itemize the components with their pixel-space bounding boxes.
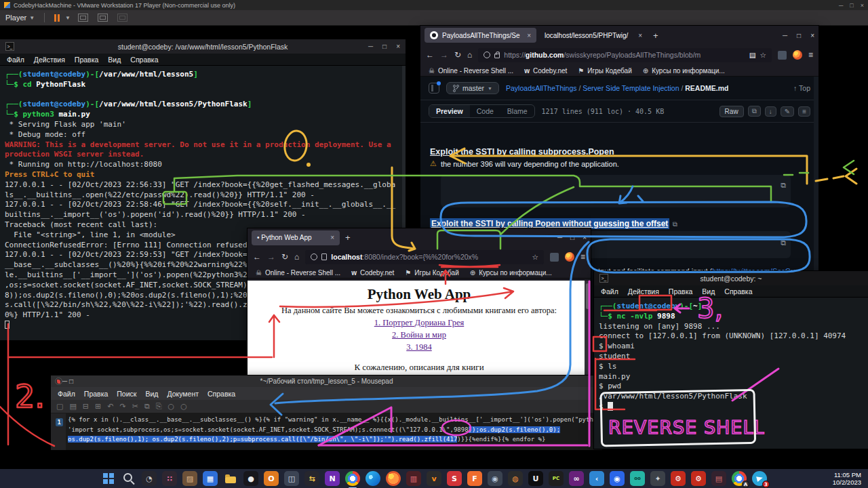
player-menu[interactable]: Player (5, 14, 26, 22)
tab-localhost-phptwig[interactable]: localhost/lesson5/PHPTwig/ × (539, 28, 648, 43)
terminal-nc-titlebar[interactable]: >_ student@codeby: ~ (594, 271, 868, 285)
new-tab-button[interactable]: + (345, 232, 351, 243)
reload-icon[interactable]: ↻ (281, 252, 288, 262)
edge-icon[interactable] (366, 471, 380, 486)
cinema4d-icon[interactable]: ◉ (488, 471, 502, 486)
terminal-flask-titlebar[interactable]: >_ student@codeby: /var/www/html/lesson5… (0, 39, 406, 54)
redo-icon[interactable]: ↷ (119, 399, 125, 414)
code-block-subprocess[interactable]: ⧉ {{''.__class__.mro()[1].__subclasses__… (441, 175, 791, 207)
menu-file[interactable]: Файл (7, 56, 24, 64)
menu-document[interactable]: Документ (167, 390, 199, 398)
back-icon[interactable]: ← (426, 50, 434, 60)
tracking-shield-icon[interactable] (484, 52, 490, 58)
chrome-icon[interactable] (345, 471, 360, 486)
cut-icon[interactable]: ✂ (132, 399, 138, 414)
breadcrumb-folder[interactable]: Server Side Template Injection (583, 84, 679, 92)
home-icon[interactable]: ⌂ (294, 252, 299, 262)
file-explorer-icon[interactable] (223, 471, 238, 486)
windows-search-button[interactable] (121, 471, 136, 486)
fullscreen-icon[interactable] (98, 14, 108, 22)
breadcrumb-repo[interactable]: PayloadsAllTheThings (506, 84, 576, 92)
forward-icon[interactable]: → (440, 50, 448, 60)
media-app-icon[interactable]: ▤ (711, 471, 726, 486)
book-link-1[interactable]: 1. Портрет Дориана Грея (248, 318, 591, 328)
tab-blame[interactable]: Blame (500, 105, 534, 117)
outline-icon[interactable]: ≡ (798, 106, 810, 117)
menu-hamburger-icon[interactable]: ≡ (808, 50, 813, 60)
ctrl-alt-del-icon[interactable] (78, 14, 88, 22)
paste-icon[interactable]: ⎘ (156, 399, 162, 414)
menu-help[interactable]: Справка (130, 56, 158, 64)
back-icon[interactable]: ← (253, 252, 261, 262)
page-scrollbar[interactable] (585, 281, 591, 378)
menu-hamburger-icon[interactable]: ≡ (580, 252, 585, 262)
menu-view[interactable]: Вид (145, 390, 158, 398)
tab-python-web-app[interactable]: • Python Web App × (252, 230, 340, 245)
chrome-profile-icon[interactable]: A (732, 471, 747, 486)
suspend-vm-button[interactable] (54, 14, 60, 22)
red-gear-2-icon[interactable]: ⚙ (691, 471, 706, 486)
home-icon[interactable]: ⌂ (467, 50, 472, 60)
tab-preview[interactable]: Preview (429, 105, 470, 117)
menu-search[interactable]: Поиск (117, 390, 136, 398)
windows-start-button[interactable] (101, 471, 116, 486)
yellow-arrows-icon[interactable]: ⇆ (304, 471, 319, 486)
gray-bird-icon[interactable]: ✦ (650, 471, 665, 486)
minimize-button[interactable]: ─ (783, 32, 787, 39)
pycharm-icon[interactable]: PC (549, 471, 564, 486)
close-button[interactable]: × (583, 234, 587, 241)
windows-clock[interactable]: 11:05 PM 10/2/2023 (833, 471, 861, 487)
copy-icon[interactable]: ⧉ (144, 399, 150, 414)
telegram-icon[interactable]: 3 (752, 471, 767, 486)
top-link[interactable]: ↑ Top (793, 84, 810, 92)
ublock-icon[interactable] (778, 51, 787, 60)
sublime-icon[interactable]: S (447, 471, 462, 486)
menu-help[interactable]: Справка (208, 390, 235, 398)
book-link-3[interactable]: 3. 1984 (248, 342, 591, 352)
reload-icon[interactable]: ↻ (454, 50, 461, 60)
mousepad-editor[interactable]: 1 {% for x in ().__class__.__base__.__su… (51, 413, 602, 450)
onenote-icon[interactable]: N (325, 471, 340, 486)
sidebar-toggle-icon[interactable] (429, 83, 439, 94)
copy-code-icon[interactable]: ⧉ (781, 179, 786, 192)
copy-code-icon[interactable]: ⧉ (781, 235, 786, 251)
reader-mode-icon[interactable]: ▤ (749, 51, 756, 59)
anchor-link-icon[interactable]: ⧉ (673, 220, 677, 228)
close-button[interactable]: × (810, 32, 814, 39)
maximize-button[interactable]: □ (797, 32, 801, 39)
url-bar[interactable]: localhost:8080/index?book={%%20for%20x% … (305, 250, 544, 264)
menu-view[interactable]: Вид (702, 287, 715, 296)
tab-payloadsallthethings[interactable]: PayloadsAllTheThings/Se × (425, 28, 536, 43)
bookmark-codeby[interactable]: wCodeby.net (351, 269, 394, 277)
minimize-button[interactable]: ─ (557, 234, 562, 241)
red-gear-icon[interactable]: ⚙ (671, 471, 686, 486)
tab-close-icon[interactable]: × (638, 32, 642, 39)
maximize-button[interactable]: □ (570, 234, 574, 241)
firefox-account-icon[interactable] (565, 252, 574, 262)
bookmark-star-icon[interactable]: ☆ (532, 253, 538, 261)
unreal-engine-icon[interactable]: U (528, 471, 543, 486)
menu-view[interactable]: Вид (108, 56, 121, 64)
bookmark-courses[interactable]: ⊕Курсы по информаци... (643, 67, 725, 75)
book-link-2[interactable]: 2. Война и мир (248, 330, 591, 340)
bookmark-reverse-shell[interactable]: ☠Online - Reverse Shell ... (429, 67, 513, 75)
edit-pencil-icon[interactable]: ✎ (781, 106, 794, 117)
menu-file[interactable]: Файл (58, 390, 75, 398)
minimize-button[interactable]: ─ (62, 378, 67, 385)
calendar-icon[interactable]: ▦ (203, 471, 218, 486)
save-icon[interactable]: ⊟ (83, 399, 89, 414)
bookmark-codeby[interactable]: wCodeby.net (524, 67, 567, 75)
save-as-icon[interactable]: ⊞ (95, 399, 101, 414)
visual-studio-icon[interactable]: ∞ (569, 471, 584, 486)
menu-edit[interactable]: Правка (84, 390, 108, 398)
virtualbox-icon[interactable]: ◫ (284, 471, 299, 486)
heading-subprocess-popen[interactable]: Exploit the SSTI by calling subprocess.P… (430, 147, 614, 157)
maximize-button[interactable]: □ (382, 43, 387, 50)
open-icon[interactable]: ▤ (69, 399, 76, 414)
raw-button[interactable]: Raw (719, 106, 744, 117)
find-replace-icon[interactable]: ○ (180, 399, 187, 414)
mousepad-titlebar[interactable]: *~/Рабочий стол/tmp_lesson_5 - Mousepad … (51, 375, 602, 387)
speedtest-icon[interactable]: ◔ (142, 471, 157, 486)
tracking-shield-icon[interactable] (311, 253, 317, 260)
close-button[interactable]: × (396, 43, 400, 50)
